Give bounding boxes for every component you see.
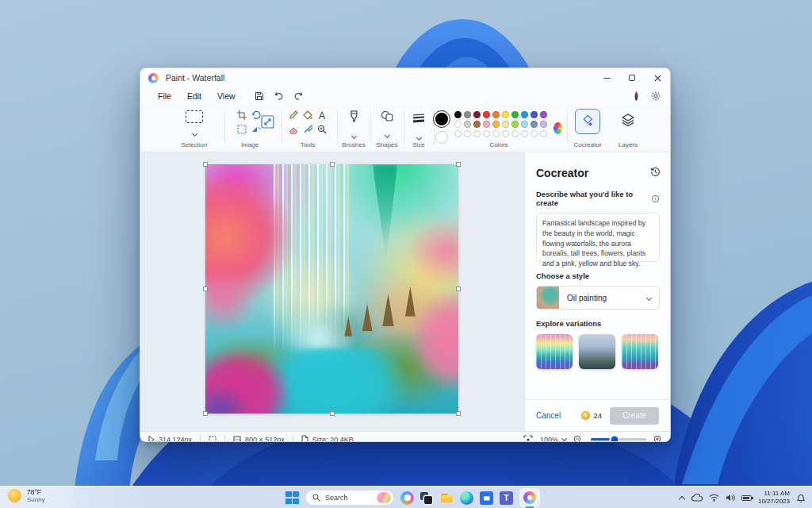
copilot-icon[interactable] bbox=[400, 491, 414, 505]
color-swatch-empty[interactable] bbox=[473, 130, 481, 137]
color-swatch[interactable] bbox=[502, 121, 509, 128]
fit-to-screen-icon[interactable] bbox=[523, 435, 533, 443]
tray-overflow-chevron-icon[interactable] bbox=[679, 495, 685, 502]
edge-browser-icon[interactable] bbox=[460, 491, 473, 505]
eraser-icon[interactable] bbox=[289, 123, 298, 137]
cancel-button[interactable]: Cancel bbox=[536, 411, 561, 420]
color-swatch[interactable] bbox=[492, 121, 500, 128]
color-swatch-empty[interactable] bbox=[540, 130, 547, 137]
color-swatch-empty[interactable] bbox=[521, 130, 528, 137]
info-icon[interactable]: i bbox=[652, 195, 659, 202]
create-button[interactable]: Create bbox=[610, 407, 659, 425]
history-icon[interactable] bbox=[650, 167, 661, 179]
color-swatch-empty[interactable] bbox=[502, 130, 509, 137]
marquee-icon[interactable] bbox=[237, 123, 247, 137]
eyedropper-icon[interactable] bbox=[303, 123, 312, 137]
close-button[interactable] bbox=[645, 68, 670, 87]
chevron-down-icon[interactable] bbox=[384, 133, 389, 138]
color-swatch[interactable] bbox=[464, 121, 471, 128]
layers-group[interactable]: Layers bbox=[610, 107, 646, 152]
crop-icon[interactable] bbox=[237, 109, 247, 123]
selection-handle[interactable] bbox=[456, 411, 461, 416]
color-swatch[interactable] bbox=[464, 111, 471, 118]
redo-icon[interactable] bbox=[293, 92, 304, 101]
style-dropdown[interactable]: Oil painting bbox=[536, 286, 660, 310]
brushes-group[interactable]: Brushes bbox=[339, 107, 369, 152]
menu-file[interactable]: File bbox=[150, 90, 179, 102]
prompt-textarea[interactable]: Fantastical landscape inspired by the be… bbox=[536, 213, 660, 262]
selection-tool-icon[interactable] bbox=[186, 110, 203, 123]
fill-bucket-icon[interactable] bbox=[303, 109, 312, 123]
color-swatch[interactable] bbox=[530, 121, 538, 128]
variation-thumbnail-3[interactable] bbox=[622, 334, 658, 369]
color-swatch[interactable] bbox=[454, 111, 462, 118]
menu-view[interactable]: View bbox=[209, 90, 243, 102]
color-swatch-empty[interactable] bbox=[511, 130, 519, 137]
color-swatch[interactable] bbox=[502, 111, 509, 118]
undo-icon[interactable] bbox=[274, 92, 284, 101]
battery-icon[interactable] bbox=[741, 495, 752, 501]
selection-handle[interactable] bbox=[203, 287, 208, 291]
color-swatch[interactable] bbox=[454, 121, 462, 128]
foreground-color-swatch[interactable] bbox=[435, 113, 448, 125]
resize-icon-wrap[interactable] bbox=[256, 107, 278, 152]
window-titlebar[interactable]: Paint - Waterfall bbox=[140, 68, 670, 87]
color-swatch[interactable] bbox=[473, 111, 481, 118]
magnifier-icon[interactable] bbox=[317, 123, 327, 137]
teams-icon[interactable]: T bbox=[500, 491, 513, 505]
pencil-icon[interactable] bbox=[289, 109, 298, 123]
text-tool-icon[interactable]: A bbox=[317, 110, 327, 121]
weather-widget[interactable]: 78°F Sunny bbox=[8, 488, 45, 503]
cocreator-group[interactable]: Cocreator bbox=[569, 107, 607, 152]
color-swatch[interactable] bbox=[473, 121, 481, 128]
file-explorer-icon[interactable] bbox=[440, 491, 454, 505]
menu-edit[interactable]: Edit bbox=[179, 90, 209, 102]
notification-bell-icon[interactable] bbox=[796, 493, 806, 503]
zoom-level-dropdown[interactable]: 100% bbox=[540, 436, 566, 443]
onedrive-cloud-icon[interactable] bbox=[691, 494, 703, 502]
settings-gear-icon[interactable] bbox=[651, 91, 661, 101]
selection-handle[interactable] bbox=[456, 162, 461, 167]
color-swatch[interactable] bbox=[483, 121, 490, 128]
color-swatch[interactable] bbox=[530, 111, 538, 118]
color-swatch[interactable] bbox=[540, 111, 547, 118]
color-swatch[interactable] bbox=[540, 121, 547, 128]
color-wheel-icon[interactable] bbox=[553, 122, 562, 134]
size-group[interactable]: Size bbox=[405, 107, 432, 152]
chevron-down-icon[interactable] bbox=[350, 133, 356, 139]
brush-icon[interactable] bbox=[339, 110, 369, 125]
color-swatch[interactable] bbox=[521, 121, 528, 128]
line-size-icon[interactable] bbox=[405, 112, 432, 126]
shapes-group[interactable]: Shapes bbox=[372, 107, 402, 152]
selection-handle[interactable] bbox=[203, 411, 208, 416]
shapes-icon[interactable] bbox=[372, 110, 402, 125]
color-swatch-empty[interactable] bbox=[530, 130, 538, 137]
variation-thumbnail-1[interactable] bbox=[536, 334, 573, 369]
paint-taskbar-icon-active[interactable] bbox=[519, 488, 540, 507]
zoom-slider[interactable] bbox=[591, 438, 646, 441]
selection-handle[interactable] bbox=[330, 162, 335, 167]
cocreator-button[interactable] bbox=[575, 109, 600, 134]
start-button[interactable] bbox=[285, 491, 299, 505]
wifi-icon[interactable] bbox=[709, 494, 719, 502]
maximize-button[interactable] bbox=[619, 68, 645, 87]
color-swatch[interactable] bbox=[483, 111, 490, 118]
zoom-in-icon[interactable] bbox=[653, 435, 664, 443]
minimize-button[interactable] bbox=[594, 68, 619, 87]
color-swatch-empty[interactable] bbox=[464, 130, 471, 137]
chevron-down-icon[interactable] bbox=[191, 131, 197, 137]
zoom-slider-thumb[interactable] bbox=[611, 436, 619, 442]
zoom-out-icon[interactable] bbox=[573, 435, 584, 443]
color-swatch-empty[interactable] bbox=[483, 130, 490, 137]
task-view-icon[interactable] bbox=[420, 491, 434, 505]
microsoft-store-icon[interactable] bbox=[480, 491, 493, 505]
color-swatch[interactable] bbox=[492, 111, 500, 118]
taskbar-clock[interactable]: 11:11 AM 10/27/2023 bbox=[758, 490, 790, 506]
color-swatch[interactable] bbox=[511, 121, 519, 128]
canvas-image[interactable] bbox=[205, 164, 458, 414]
selection-group[interactable]: Selection bbox=[164, 107, 224, 152]
save-icon[interactable] bbox=[255, 91, 264, 101]
variation-thumbnail-2[interactable] bbox=[579, 334, 615, 369]
layers-icon[interactable] bbox=[610, 112, 646, 131]
selection-handle[interactable] bbox=[203, 162, 208, 167]
